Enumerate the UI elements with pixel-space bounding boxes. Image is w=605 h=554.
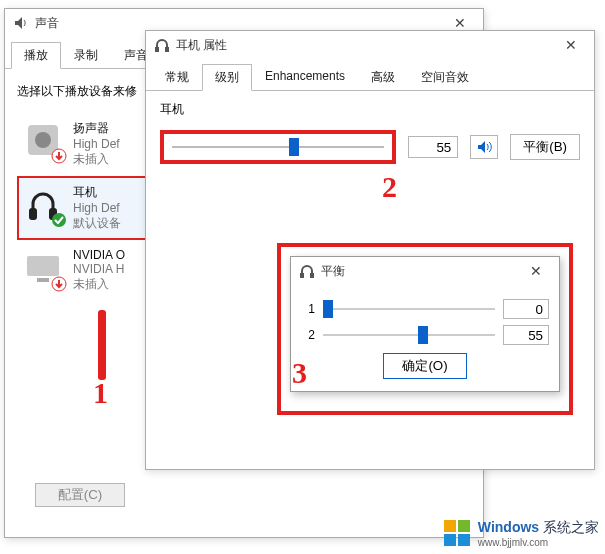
balance-channel-label: 2 — [301, 328, 315, 342]
balance-value-1[interactable] — [503, 299, 549, 319]
level-value[interactable] — [408, 136, 458, 158]
configure-button[interactable]: 配置(C) — [35, 483, 125, 507]
svg-rect-12 — [310, 273, 314, 278]
svg-point-5 — [52, 213, 66, 227]
close-icon[interactable]: ✕ — [517, 258, 555, 284]
svg-rect-10 — [165, 47, 169, 52]
close-icon[interactable]: ✕ — [552, 32, 590, 58]
tab-levels[interactable]: 级别 — [202, 64, 252, 91]
svg-rect-16 — [458, 534, 470, 546]
watermark-brand: Windows — [478, 519, 539, 535]
balance-channel-label: 1 — [301, 302, 315, 316]
tab-general[interactable]: 常规 — [152, 64, 202, 91]
headphones-icon — [299, 263, 315, 279]
svg-rect-6 — [27, 256, 59, 276]
svg-rect-11 — [300, 273, 304, 278]
balance-button[interactable]: 平衡(B) — [510, 134, 580, 160]
device-status: 未插入 — [73, 276, 125, 293]
speaker-button[interactable] — [470, 135, 498, 159]
device-sub: High Def — [73, 201, 121, 215]
balance-dialog: 平衡 ✕ 1 2 确定(O) — [290, 256, 560, 392]
balance-value-2[interactable] — [503, 325, 549, 345]
level-slider[interactable] — [160, 130, 396, 164]
balance-slider-2[interactable] — [323, 334, 495, 336]
down-arrow-icon — [51, 276, 67, 292]
watermark-url: www.bjjmlv.com — [478, 537, 599, 548]
device-name: 耳机 — [73, 184, 121, 201]
svg-rect-9 — [155, 47, 159, 52]
svg-rect-7 — [37, 278, 49, 282]
properties-titlebar[interactable]: 耳机 属性 ✕ — [146, 31, 594, 59]
balance-slider-1[interactable] — [323, 308, 495, 310]
properties-title: 耳机 属性 — [176, 37, 227, 54]
svg-rect-3 — [29, 208, 37, 220]
svg-rect-13 — [444, 520, 456, 532]
svg-point-1 — [35, 132, 51, 148]
device-sub: NVIDIA H — [73, 262, 125, 276]
speaker-icon — [13, 15, 29, 31]
device-status: 默认设备 — [73, 215, 121, 232]
speaker-icon — [476, 139, 492, 155]
watermark-suffix: 系统之家 — [543, 519, 599, 535]
balance-titlebar[interactable]: 平衡 ✕ — [291, 257, 559, 285]
balance-title: 平衡 — [321, 263, 345, 280]
tab-record[interactable]: 录制 — [61, 42, 111, 69]
tab-enhancements[interactable]: Enhancements — [252, 64, 358, 91]
tab-advanced[interactable]: 高级 — [358, 64, 408, 91]
tab-spatial[interactable]: 空间音效 — [408, 64, 482, 91]
sound-title: 声音 — [35, 15, 59, 32]
properties-tabs: 常规 级别 Enhancements 高级 空间音效 — [146, 59, 594, 91]
headphones-icon — [154, 37, 170, 53]
balance-row-2: 2 — [301, 325, 549, 345]
device-name: NVIDIA O — [73, 248, 125, 262]
device-sub: High Def — [73, 137, 120, 151]
slider-thumb-icon[interactable] — [418, 326, 428, 344]
check-icon — [51, 212, 67, 228]
level-label: 耳机 — [160, 101, 580, 118]
device-status: 未插入 — [73, 151, 120, 168]
watermark: Windows 系统之家 www.bjjmlv.com — [444, 519, 599, 548]
balance-row-1: 1 — [301, 299, 549, 319]
svg-rect-14 — [458, 520, 470, 532]
tab-playback[interactable]: 播放 — [11, 42, 61, 69]
properties-window: 耳机 属性 ✕ 常规 级别 Enhancements 高级 空间音效 耳机 平衡… — [145, 30, 595, 470]
slider-thumb-icon[interactable] — [323, 300, 333, 318]
svg-rect-15 — [444, 534, 456, 546]
down-arrow-icon — [51, 148, 67, 164]
ok-button[interactable]: 确定(O) — [383, 353, 466, 379]
device-name: 扬声器 — [73, 120, 120, 137]
windows-logo-icon — [444, 520, 472, 548]
slider-thumb-icon[interactable] — [289, 138, 299, 156]
